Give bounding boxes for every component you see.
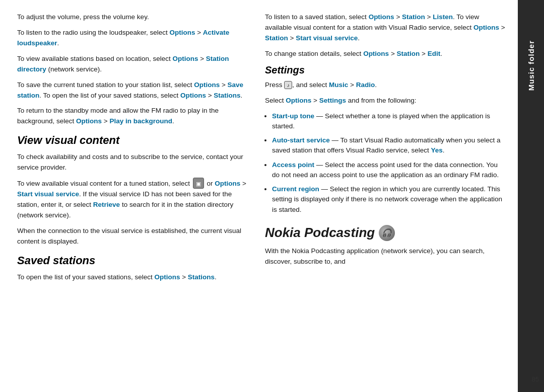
link-start-visual-service-2: Start visual service	[296, 34, 358, 42]
settings-list: Start-up tone — Select whether a tone is…	[272, 111, 506, 215]
link-yes: Yes	[431, 146, 442, 154]
link-settings: Settings	[319, 97, 346, 104]
link-options-2: Options	[172, 55, 198, 62]
link-station-2: Station	[265, 34, 288, 42]
link-stations-2: Stations	[188, 273, 215, 281]
nokia-podcasting-title: Nokia Podcasting	[265, 225, 375, 241]
sp1: Press ♪, and select Music > Radio.	[265, 80, 506, 91]
link-autostart-service: Auto-start service	[272, 136, 330, 144]
link-radio: Radio	[356, 81, 375, 89]
p2: To listen to the radio using the loudspe…	[17, 28, 253, 49]
link-options-5: Options	[76, 117, 102, 125]
link-options-10: Options	[363, 50, 389, 57]
link-edit: Edit	[428, 50, 441, 57]
bullet-access-point: Access point — Select the access point u…	[272, 160, 506, 181]
menu-icon: ♪	[284, 81, 292, 89]
link-listen: Listen	[433, 13, 453, 21]
link-station-1: Station	[402, 13, 425, 21]
link-options-7: Options	[154, 273, 180, 281]
link-options-4: Options	[180, 92, 206, 99]
link-music: Music	[329, 81, 348, 89]
bullet-startup-tone: Start-up tone — Select whether a tone is…	[272, 111, 506, 132]
link-play-background: Play in background	[109, 117, 172, 125]
link-options-6: Options	[215, 180, 240, 187]
p1: To adjust the volume, press the volume k…	[17, 12, 253, 23]
vc2: To view available visual content for a t…	[17, 178, 253, 221]
link-access-point: Access point	[272, 161, 314, 169]
visual-service-icon: ▣	[193, 178, 204, 189]
rp1: To listen to a saved station, select Opt…	[265, 12, 506, 44]
bullet-autostart-service: Auto-start service — To start Visual Rad…	[272, 135, 506, 156]
left-column: To adjust the volume, press the volume k…	[12, 12, 265, 380]
p5: To return to the standby mode and allow …	[17, 106, 253, 127]
sidebar: Music folder 85	[518, 0, 544, 392]
link-retrieve: Retrieve	[93, 201, 120, 208]
link-options-8: Options	[369, 13, 394, 21]
nokia-podcasting-heading: Nokia Podcasting 🎧	[265, 225, 506, 241]
p4: To save the current tuned station to you…	[17, 80, 253, 101]
ss1: To open the list of your saved stations,…	[17, 272, 253, 283]
sidebar-label: Music folder	[527, 40, 535, 91]
link-activate-loudspeaker: Activate loudspeaker	[17, 29, 229, 47]
link-options-1: Options	[169, 29, 195, 36]
saved-stations-heading: Saved stations	[17, 254, 253, 267]
view-visual-content-heading: View visual content	[17, 134, 253, 147]
link-station-3: Station	[397, 50, 420, 57]
nokia-podcasting-desc: With the Nokia Podcasting application (n…	[265, 246, 506, 267]
link-options-3: Options	[194, 81, 220, 89]
right-column: To listen to a saved station, select Opt…	[265, 12, 518, 380]
link-stations-1: Stations	[214, 92, 240, 99]
bullet-current-region: Current region — Select the region in wh…	[272, 184, 506, 215]
link-current-region: Current region	[272, 185, 319, 193]
vc1: To check availability and costs and to s…	[17, 152, 253, 173]
sp2: Select Options > Settings and from the f…	[265, 96, 506, 106]
rp2: To change station details, select Option…	[265, 49, 506, 59]
settings-heading: Settings	[265, 64, 506, 76]
podcasting-icon: 🎧	[379, 225, 395, 241]
link-startup-tone: Start-up tone	[272, 112, 314, 120]
link-start-visual-service-1: Start visual service	[17, 190, 79, 198]
vc3: When the connection to the visual servic…	[17, 226, 253, 247]
link-options-9: Options	[473, 24, 499, 31]
link-options-11: Options	[286, 97, 311, 104]
main-content: To adjust the volume, press the volume k…	[0, 0, 518, 392]
page-number: 85	[532, 375, 539, 383]
p3: To view available stations based on loca…	[17, 54, 253, 75]
